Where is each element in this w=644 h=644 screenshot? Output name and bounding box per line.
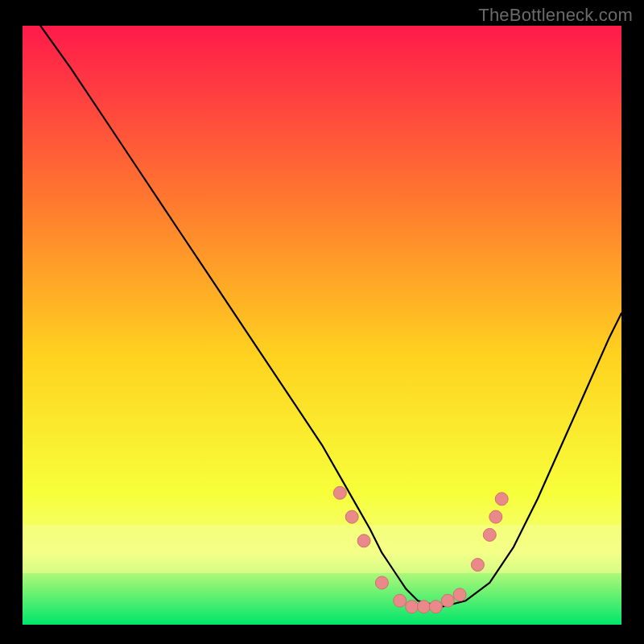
curve-marker [406,601,419,613]
curve-marker [495,493,508,506]
curve-marker [375,576,388,589]
curve-marker [429,601,442,613]
curve-marker [471,559,484,572]
curve-marker [418,601,431,613]
curve-marker [333,486,346,499]
app-frame: TheBottleneck.com [0,0,644,644]
chart-plot-area [23,26,621,625]
curve-marker [357,535,370,547]
curve-marker [489,510,502,523]
pale-band [23,525,621,573]
chart-svg [23,26,621,625]
curve-marker [483,528,496,541]
curve-marker [453,588,466,601]
watermark-text: TheBottleneck.com [478,5,633,26]
curve-marker [441,594,454,607]
curve-marker [345,510,358,523]
curve-marker [394,594,407,607]
